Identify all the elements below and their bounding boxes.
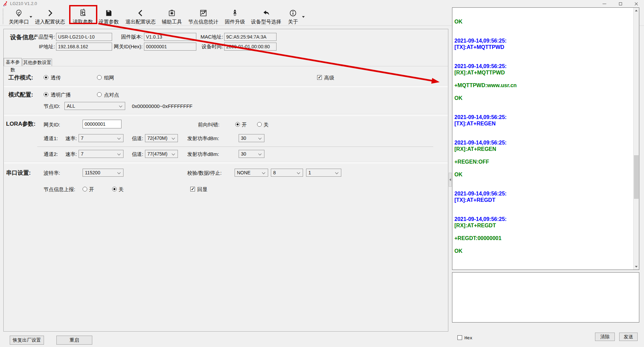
tab-divider xyxy=(4,66,448,66)
node-id-select[interactable]: ALL xyxy=(64,102,125,110)
tab-other-params[interactable]: 其他参数设置 xyxy=(22,59,52,66)
app-window: LG210 V1.2.0 关闭串口 进入配置状态 xyxy=(0,0,644,347)
log-line: 2021-09-14,09:56:25: xyxy=(454,38,632,44)
echo-label: 回显 xyxy=(197,186,207,193)
node-report-label: 节点信息上报: xyxy=(44,186,75,193)
log-line: [RX]:AT+REGDT xyxy=(454,222,632,229)
send-input-box[interactable] xyxy=(452,272,639,323)
title-bar: LG210 V1.2.0 xyxy=(0,0,644,7)
node-report-radio-on[interactable] xyxy=(83,187,87,191)
node-report-option-label: 开 xyxy=(89,186,94,193)
log-line: 2021-09-14,09:56:25: xyxy=(454,190,632,197)
channel2-channel-select[interactable]: 77(475M) xyxy=(145,150,178,158)
read-params-icon xyxy=(79,9,87,17)
section-divider xyxy=(4,114,448,116)
node-report-radio-off[interactable] xyxy=(112,187,117,191)
save-icon xyxy=(104,9,113,17)
stats-icon xyxy=(199,9,208,17)
toolbox-icon xyxy=(167,9,176,17)
mode-config-title: 模式配置: xyxy=(8,91,33,99)
parity-select[interactable]: NONE xyxy=(235,169,268,177)
toolbar-item-label: 关于 xyxy=(271,19,315,25)
baud-rate-select[interactable]: 115200 xyxy=(83,169,123,177)
log-scrollbar[interactable] xyxy=(633,8,639,270)
data-bits-select[interactable]: 8 xyxy=(271,169,303,177)
log-line: +REGDT:00000001 xyxy=(454,235,632,241)
power-label: 发射功率dBm: xyxy=(187,135,219,142)
log-line: 2021-09-14,09:56:25: xyxy=(454,139,632,146)
work-mode-radio-transparent[interactable] xyxy=(44,75,48,80)
mode-config-option-label: 透明广播 xyxy=(51,92,71,98)
node-report-option-label: 关 xyxy=(118,186,123,193)
clear-button[interactable]: 清除 xyxy=(595,333,615,341)
field-label-ip-address: IP地址: xyxy=(15,44,55,50)
mac-address-field[interactable]: 9C:A5:25:94:7A:3A xyxy=(224,33,277,41)
log-line: [RX]:AT+REGEN xyxy=(454,146,632,152)
section-divider xyxy=(4,85,448,87)
stop-bits-select[interactable]: 1 xyxy=(306,169,341,177)
echo-checkbox[interactable] xyxy=(190,187,195,191)
chevron-right-icon xyxy=(46,9,54,17)
mode-config-option-label: 点对点 xyxy=(104,92,119,98)
scroll-down-icon[interactable] xyxy=(635,266,638,268)
node-id-label: 节点ID: xyxy=(44,103,60,110)
section-divider xyxy=(4,162,448,164)
scrollbar-thumb[interactable] xyxy=(634,155,639,199)
field-label-gateway-id-hex: 网关ID(Hex): xyxy=(102,44,143,50)
channel-label: 信道: xyxy=(130,135,143,142)
restart-button[interactable]: 重启 xyxy=(56,336,92,345)
log-line: OK xyxy=(454,248,632,254)
hex-checkbox[interactable] xyxy=(457,335,462,340)
log-line: [TX]:AT+MQTTPWD xyxy=(454,44,632,50)
work-mode-option-label: 组网 xyxy=(104,75,114,81)
work-mode-option-label: 透传 xyxy=(51,75,61,81)
field-label-firmware-version: 固件版本: xyxy=(102,34,143,40)
mode-config-radio-broadcast[interactable] xyxy=(44,92,48,97)
chevron-down-icon[interactable] xyxy=(302,16,305,18)
log-line: 2021-09-14,09:56:25: xyxy=(454,114,632,120)
send-button[interactable]: 发送 xyxy=(619,333,638,341)
baud-rate-label: 波特率: xyxy=(44,170,60,176)
device-time-field[interactable]: 2000-01-01,00:00:80 xyxy=(224,43,277,51)
rate-label: 速率: xyxy=(57,151,77,158)
log-line: +REGEN:OFF xyxy=(454,159,632,165)
channel2-power-select[interactable]: 30 xyxy=(239,150,264,158)
close-button[interactable] xyxy=(628,0,644,8)
window-title: LG210 V1.2.0 xyxy=(10,1,37,6)
factory-reset-button[interactable]: 恢复出厂设置 xyxy=(10,336,44,345)
app-logo-icon xyxy=(3,1,8,6)
channel1-rate-select[interactable]: 7 xyxy=(79,134,123,142)
rocket-icon xyxy=(231,9,239,17)
channel-divider xyxy=(37,147,433,147)
lora-gateway-id-input[interactable]: 00000001 xyxy=(83,120,121,128)
toolbar-item-about[interactable]: 关于 xyxy=(271,8,315,25)
fec-radio-off[interactable] xyxy=(257,122,262,127)
panel-collapse-handle[interactable] xyxy=(449,173,452,187)
advanced-checkbox[interactable] xyxy=(317,75,322,80)
tab-basic-params[interactable]: 基本参数 xyxy=(4,58,22,66)
scroll-up-icon[interactable] xyxy=(635,10,638,11)
fec-option-label: 开 xyxy=(242,122,247,128)
info-icon xyxy=(289,9,297,17)
channel1-power-select[interactable]: 30 xyxy=(239,134,264,142)
field-label-device-time: 设备时间: xyxy=(183,44,223,50)
pin-check-icon xyxy=(14,9,23,17)
field-label-mac-address: MAC地址: xyxy=(183,34,223,40)
serial-settings-title: 串口设置: xyxy=(6,169,31,177)
log-content: OK 2021-09-14,09:56:25: [TX]:AT+MQTTPWD … xyxy=(454,8,632,270)
lora-gateway-id-label: 网关ID: xyxy=(44,122,60,128)
log-line: [TX]:AT+REGEN xyxy=(454,120,632,127)
hex-label: Hex xyxy=(464,335,472,340)
channel-label: 信道: xyxy=(130,151,143,158)
channel2-rate-select[interactable]: 7 xyxy=(79,150,123,158)
maximize-button[interactable] xyxy=(613,0,628,8)
log-line: OK xyxy=(454,95,632,101)
log-panel[interactable]: OK 2021-09-14,09:56:25: [TX]:AT+MQTTPWD … xyxy=(452,7,639,270)
fec-radio-on[interactable] xyxy=(235,122,240,127)
channel1-channel-select[interactable]: 72(470M) xyxy=(145,134,178,142)
minimize-button[interactable] xyxy=(596,0,613,8)
work-mode-radio-network[interactable] xyxy=(97,75,102,80)
mode-config-radio-p2p[interactable] xyxy=(97,92,102,97)
log-line: OK xyxy=(454,18,632,25)
log-line: 2021-09-14,09:56:25: xyxy=(454,63,632,69)
